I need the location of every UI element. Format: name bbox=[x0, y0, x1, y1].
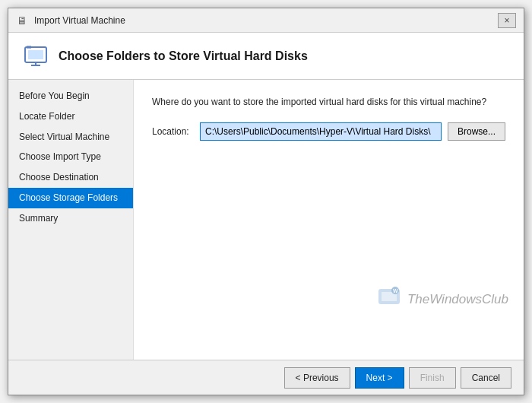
next-button[interactable]: Next > bbox=[355, 367, 404, 389]
finish-button[interactable]: Finish bbox=[409, 367, 456, 389]
watermark-text: TheWindowsClub bbox=[407, 292, 508, 307]
sidebar-item[interactable]: Locate Folder bbox=[8, 106, 133, 127]
footer: < Previous Next > Finish Cancel bbox=[8, 360, 524, 395]
location-input[interactable] bbox=[200, 122, 442, 141]
sidebar-item[interactable]: Select Virtual Machine bbox=[8, 127, 133, 148]
browse-button[interactable]: Browse... bbox=[448, 122, 505, 141]
location-row: Location: Browse... bbox=[152, 122, 505, 141]
watermark: W TheWindowsClub bbox=[377, 284, 508, 314]
svg-rect-1 bbox=[28, 50, 43, 59]
svg-text:W: W bbox=[393, 288, 398, 294]
description-text: Where do you want to store the imported … bbox=[152, 95, 505, 109]
watermark-icon: W bbox=[377, 284, 401, 314]
previous-button[interactable]: < Previous bbox=[284, 367, 350, 389]
cancel-button[interactable]: Cancel bbox=[461, 367, 511, 389]
dialog-icon: 🖥 bbox=[16, 14, 28, 27]
sidebar: Before You BeginLocate FolderSelect Virt… bbox=[8, 80, 134, 360]
sidebar-item[interactable]: Before You Begin bbox=[8, 86, 133, 106]
header-icon bbox=[24, 44, 48, 68]
sidebar-item[interactable]: Choose Storage Folders bbox=[8, 188, 133, 208]
sidebar-item[interactable]: Choose Import Type bbox=[8, 147, 133, 167]
location-label: Location: bbox=[152, 126, 194, 137]
body: Before You BeginLocate FolderSelect Virt… bbox=[8, 80, 524, 360]
title-bar-text: Import Virtual Machine bbox=[34, 15, 125, 26]
close-button[interactable]: × bbox=[498, 13, 516, 28]
import-virtual-machine-dialog: 🖥 Import Virtual Machine × Choose Folder… bbox=[8, 8, 524, 395]
main-content: Where do you want to store the imported … bbox=[134, 80, 524, 360]
sidebar-item[interactable]: Choose Destination bbox=[8, 167, 133, 188]
title-bar: 🖥 Import Virtual Machine × bbox=[8, 8, 524, 33]
title-bar-left: 🖥 Import Virtual Machine bbox=[16, 14, 125, 27]
header-title: Choose Folders to Store Virtual Hard Dis… bbox=[59, 49, 308, 63]
sidebar-item[interactable]: Summary bbox=[8, 208, 133, 229]
svg-marker-3 bbox=[27, 46, 31, 49]
header-area: Choose Folders to Store Virtual Hard Dis… bbox=[8, 33, 524, 80]
